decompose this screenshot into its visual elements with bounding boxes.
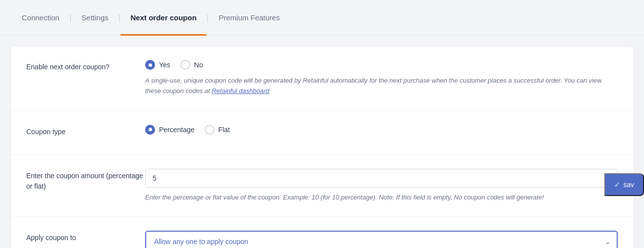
apply-coupon-content: Allow any one to apply coupon Specific c… <box>145 231 618 248</box>
retainful-dashboard-link[interactable]: Retainful dashboard <box>212 87 269 95</box>
apply-coupon-select[interactable]: Allow any one to apply coupon Specific c… <box>145 231 618 248</box>
radio-option-percentage[interactable]: Percentage <box>145 125 195 135</box>
tab-bar: Connection | Settings | Next order coupo… <box>0 0 644 36</box>
coupon-amount-row: Enter the coupon amount (percentage or f… <box>10 155 634 217</box>
radio-option-flat[interactable]: Flat <box>205 125 230 135</box>
coupon-amount-hint: Enter the percenage or flat value of the… <box>145 193 618 203</box>
apply-coupon-select-wrapper: Allow any one to apply coupon Specific c… <box>145 231 618 248</box>
enable-coupon-content: Yes No A single-use, unique coupon code … <box>145 60 618 97</box>
coupon-type-radio-group: Percentage Flat <box>145 125 618 135</box>
tab-premium-features[interactable]: Premium Features <box>209 0 290 36</box>
tab-settings[interactable]: Settings <box>72 0 118 36</box>
coupon-type-row: Coupon type Percentage Flat <box>10 111 634 155</box>
radio-yes-circle <box>145 60 155 70</box>
save-label: sav <box>623 181 634 189</box>
enable-coupon-radio-group: Yes No <box>145 60 618 70</box>
enable-coupon-row: Enable next order coupon? Yes No A <box>10 46 634 111</box>
tab-next-order-coupon[interactable]: Next order coupon <box>120 0 206 36</box>
radio-no-circle <box>180 60 190 70</box>
enable-coupon-label: Enable next order coupon? <box>26 60 145 72</box>
enable-coupon-description: A single-use, unique coupon code will be… <box>145 76 618 97</box>
coupon-type-label: Coupon type <box>26 125 145 137</box>
apply-coupon-row: Apply coupon to Allow any one to apply c… <box>10 217 634 248</box>
content-container: Enable next order coupon? Yes No A <box>0 46 644 248</box>
radio-no-label: No <box>194 61 203 69</box>
radio-percentage-circle <box>145 125 155 135</box>
radio-flat-circle <box>205 125 215 135</box>
coupon-type-content: Percentage Flat <box>145 125 618 141</box>
apply-coupon-label: Apply coupon to <box>26 231 145 243</box>
coupon-amount-input[interactable] <box>145 169 618 188</box>
radio-yes-label: Yes <box>159 61 170 69</box>
radio-option-no[interactable]: No <box>180 60 203 70</box>
radio-option-yes[interactable]: Yes <box>145 60 170 70</box>
radio-percentage-label: Percentage <box>159 126 195 134</box>
coupon-amount-content: Enter the percenage or flat value of the… <box>145 169 618 203</box>
save-checkmark-icon: ✓ <box>614 181 620 189</box>
coupon-amount-label: Enter the coupon amount (percentage or f… <box>26 169 145 192</box>
save-button[interactable]: ✓ sav <box>604 173 644 196</box>
tab-connection[interactable]: Connection <box>12 0 69 36</box>
radio-flat-label: Flat <box>218 126 230 134</box>
settings-card: Enable next order coupon? Yes No A <box>10 46 634 248</box>
